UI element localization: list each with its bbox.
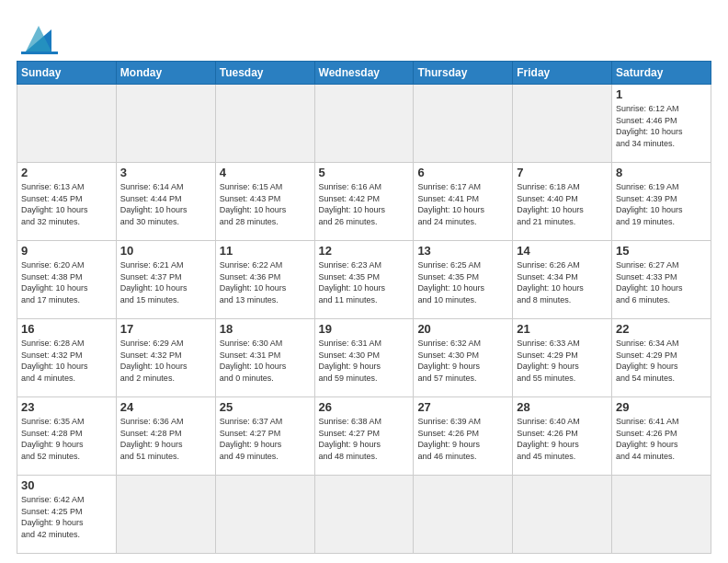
calendar-cell: 22Sunrise: 6:34 AM Sunset: 4:29 PM Dayli… [612, 319, 711, 397]
calendar-cell [414, 476, 513, 554]
day-info: Sunrise: 6:32 AM Sunset: 4:30 PM Dayligh… [417, 338, 508, 384]
weekday-header-monday: Monday [116, 62, 215, 85]
calendar-cell: 28Sunrise: 6:40 AM Sunset: 4:26 PM Dayli… [513, 397, 612, 476]
day-info: Sunrise: 6:21 AM Sunset: 4:37 PM Dayligh… [120, 259, 211, 305]
calendar-body: 1Sunrise: 6:12 AM Sunset: 4:46 PM Daylig… [17, 85, 711, 554]
calendar-cell: 4Sunrise: 6:15 AM Sunset: 4:43 PM Daylig… [215, 163, 314, 241]
week-row-5: 23Sunrise: 6:35 AM Sunset: 4:28 PM Dayli… [17, 397, 711, 476]
week-row-1: 1Sunrise: 6:12 AM Sunset: 4:46 PM Daylig… [17, 85, 711, 163]
calendar-cell [612, 476, 711, 554]
day-number: 19 [319, 322, 410, 336]
day-number: 11 [220, 244, 311, 258]
day-number: 23 [21, 400, 112, 414]
weekday-header-friday: Friday [513, 62, 612, 85]
day-info: Sunrise: 6:23 AM Sunset: 4:35 PM Dayligh… [319, 259, 410, 305]
calendar-cell: 18Sunrise: 6:30 AM Sunset: 4:31 PM Dayli… [215, 319, 314, 397]
day-info: Sunrise: 6:33 AM Sunset: 4:29 PM Dayligh… [517, 338, 608, 384]
day-number: 17 [120, 322, 211, 336]
day-number: 14 [517, 244, 608, 258]
week-row-3: 9Sunrise: 6:20 AM Sunset: 4:38 PM Daylig… [17, 241, 711, 319]
day-number: 5 [319, 166, 410, 179]
calendar-cell [513, 85, 612, 163]
calendar-cell: 5Sunrise: 6:16 AM Sunset: 4:42 PM Daylig… [314, 163, 414, 241]
day-info: Sunrise: 6:30 AM Sunset: 4:31 PM Dayligh… [220, 338, 311, 384]
day-info: Sunrise: 6:22 AM Sunset: 4:36 PM Dayligh… [220, 259, 311, 305]
day-number: 3 [120, 166, 211, 179]
day-number: 18 [220, 322, 311, 336]
calendar-cell: 10Sunrise: 6:21 AM Sunset: 4:37 PM Dayli… [116, 241, 215, 319]
header [17, 17, 711, 55]
calendar-cell: 29Sunrise: 6:41 AM Sunset: 4:26 PM Dayli… [612, 397, 711, 476]
calendar-cell: 21Sunrise: 6:33 AM Sunset: 4:29 PM Dayli… [513, 319, 612, 397]
calendar-cell: 15Sunrise: 6:27 AM Sunset: 4:33 PM Dayli… [612, 241, 711, 319]
day-number: 12 [319, 244, 410, 258]
calendar-cell [314, 476, 414, 554]
day-info: Sunrise: 6:15 AM Sunset: 4:43 PM Dayligh… [220, 181, 311, 227]
day-number: 2 [21, 166, 112, 179]
day-info: Sunrise: 6:17 AM Sunset: 4:41 PM Dayligh… [417, 181, 508, 227]
day-info: Sunrise: 6:13 AM Sunset: 4:45 PM Dayligh… [21, 181, 112, 227]
calendar-cell: 3Sunrise: 6:14 AM Sunset: 4:44 PM Daylig… [116, 163, 215, 241]
calendar-cell: 17Sunrise: 6:29 AM Sunset: 4:32 PM Dayli… [116, 319, 215, 397]
day-info: Sunrise: 6:37 AM Sunset: 4:27 PM Dayligh… [220, 416, 311, 462]
week-row-6: 30Sunrise: 6:42 AM Sunset: 4:25 PM Dayli… [17, 476, 711, 554]
day-number: 13 [417, 244, 508, 258]
calendar-cell: 26Sunrise: 6:38 AM Sunset: 4:27 PM Dayli… [314, 397, 414, 476]
day-info: Sunrise: 6:14 AM Sunset: 4:44 PM Dayligh… [120, 181, 211, 227]
day-number: 16 [21, 322, 112, 336]
day-info: Sunrise: 6:36 AM Sunset: 4:28 PM Dayligh… [120, 416, 211, 462]
weekday-header-wednesday: Wednesday [314, 62, 414, 85]
calendar-cell: 20Sunrise: 6:32 AM Sunset: 4:30 PM Dayli… [414, 319, 513, 397]
day-info: Sunrise: 6:26 AM Sunset: 4:34 PM Dayligh… [517, 259, 608, 305]
calendar-cell: 30Sunrise: 6:42 AM Sunset: 4:25 PM Dayli… [17, 476, 117, 554]
day-number: 15 [616, 244, 707, 258]
calendar-cell [215, 476, 314, 554]
day-info: Sunrise: 6:12 AM Sunset: 4:46 PM Dayligh… [616, 103, 707, 149]
day-number: 22 [616, 322, 707, 336]
day-number: 9 [21, 244, 112, 258]
calendar-cell: 9Sunrise: 6:20 AM Sunset: 4:38 PM Daylig… [17, 241, 117, 319]
day-info: Sunrise: 6:34 AM Sunset: 4:29 PM Dayligh… [616, 338, 707, 384]
calendar-cell: 2Sunrise: 6:13 AM Sunset: 4:45 PM Daylig… [17, 163, 117, 241]
day-info: Sunrise: 6:28 AM Sunset: 4:32 PM Dayligh… [21, 338, 112, 384]
day-info: Sunrise: 6:18 AM Sunset: 4:40 PM Dayligh… [517, 181, 608, 227]
day-info: Sunrise: 6:29 AM Sunset: 4:32 PM Dayligh… [120, 338, 211, 384]
day-number: 30 [21, 478, 112, 492]
calendar-cell: 16Sunrise: 6:28 AM Sunset: 4:32 PM Dayli… [17, 319, 117, 397]
calendar-cell [314, 85, 414, 163]
calendar-cell: 23Sunrise: 6:35 AM Sunset: 4:28 PM Dayli… [17, 397, 117, 476]
day-number: 27 [417, 400, 508, 414]
day-number: 1 [616, 87, 707, 101]
day-info: Sunrise: 6:38 AM Sunset: 4:27 PM Dayligh… [319, 416, 410, 462]
weekday-header-tuesday: Tuesday [215, 62, 314, 85]
day-info: Sunrise: 6:19 AM Sunset: 4:39 PM Dayligh… [616, 181, 707, 227]
calendar-cell: 13Sunrise: 6:25 AM Sunset: 4:35 PM Dayli… [414, 241, 513, 319]
day-info: Sunrise: 6:25 AM Sunset: 4:35 PM Dayligh… [417, 259, 508, 305]
calendar-cell: 25Sunrise: 6:37 AM Sunset: 4:27 PM Dayli… [215, 397, 314, 476]
day-number: 20 [417, 322, 508, 336]
calendar-cell: 8Sunrise: 6:19 AM Sunset: 4:39 PM Daylig… [612, 163, 711, 241]
day-info: Sunrise: 6:20 AM Sunset: 4:38 PM Dayligh… [21, 259, 112, 305]
calendar-cell [513, 476, 612, 554]
calendar-cell [17, 85, 117, 163]
weekday-header-saturday: Saturday [612, 62, 711, 85]
calendar-cell [116, 476, 215, 554]
day-number: 7 [517, 166, 608, 179]
calendar-cell: 14Sunrise: 6:26 AM Sunset: 4:34 PM Dayli… [513, 241, 612, 319]
page: SundayMondayTuesdayWednesdayThursdayFrid… [0, 0, 728, 563]
day-info: Sunrise: 6:41 AM Sunset: 4:26 PM Dayligh… [616, 416, 707, 462]
day-info: Sunrise: 6:16 AM Sunset: 4:42 PM Dayligh… [319, 181, 410, 227]
day-info: Sunrise: 6:40 AM Sunset: 4:26 PM Dayligh… [517, 416, 608, 462]
day-number: 29 [616, 400, 707, 414]
day-info: Sunrise: 6:27 AM Sunset: 4:33 PM Dayligh… [616, 259, 707, 305]
calendar-header: SundayMondayTuesdayWednesdayThursdayFrid… [17, 62, 711, 85]
day-info: Sunrise: 6:31 AM Sunset: 4:30 PM Dayligh… [319, 338, 410, 384]
logo-icon [17, 17, 63, 55]
day-info: Sunrise: 6:35 AM Sunset: 4:28 PM Dayligh… [21, 416, 112, 462]
day-number: 26 [319, 400, 410, 414]
calendar-table: SundayMondayTuesdayWednesdayThursdayFrid… [17, 61, 711, 554]
day-number: 25 [220, 400, 311, 414]
day-info: Sunrise: 6:42 AM Sunset: 4:25 PM Dayligh… [21, 494, 112, 540]
week-row-4: 16Sunrise: 6:28 AM Sunset: 4:32 PM Dayli… [17, 319, 711, 397]
calendar-cell [414, 85, 513, 163]
